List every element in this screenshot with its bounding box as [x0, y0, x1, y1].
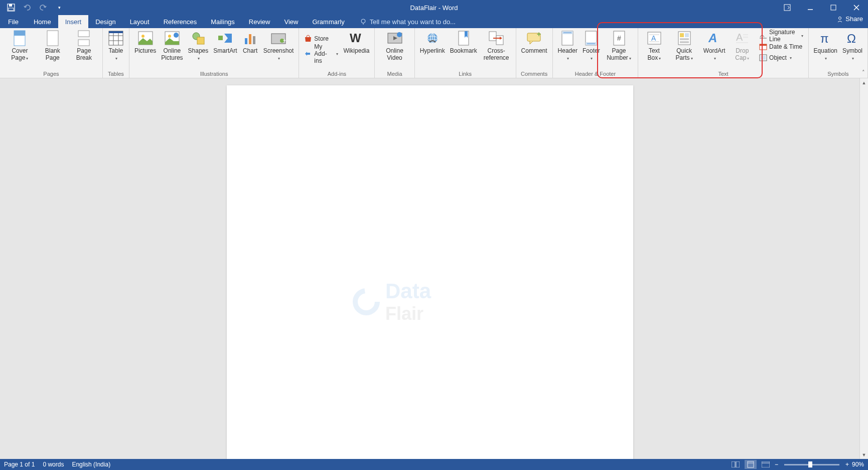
tab-file[interactable]: File [0, 15, 27, 28]
symbol-button[interactable]: Ω Symbol▾ [840, 29, 864, 63]
online-video-button[interactable]: Online Video [378, 29, 411, 62]
page-number-icon: # [611, 30, 627, 46]
pictures-label: Pictures [134, 47, 156, 54]
document-page[interactable] [227, 85, 633, 459]
svg-rect-77 [761, 56, 766, 60]
quick-parts-label: Quick Parts▾ [670, 47, 698, 62]
footer-icon [583, 30, 599, 46]
blank-page-label: Blank Page [40, 47, 66, 61]
tab-grammarly[interactable]: Grammarly [305, 15, 351, 28]
svg-rect-85 [762, 461, 770, 467]
svg-rect-66 [680, 38, 689, 40]
zoom-out-button[interactable]: − [775, 461, 778, 468]
page-break-label: Page Break [71, 47, 97, 61]
maximize-button[interactable] [822, 0, 845, 15]
status-language[interactable]: English (India) [72, 461, 110, 468]
tab-view[interactable]: View [277, 15, 305, 28]
undo-button[interactable] [21, 2, 33, 14]
svg-text:π: π [820, 32, 829, 45]
scroll-down-button[interactable]: ▼ [860, 450, 868, 459]
tab-references[interactable]: References [157, 15, 204, 28]
equation-button[interactable]: π Equation▾ [812, 29, 839, 63]
shapes-button[interactable]: Shapes▾ [186, 29, 211, 63]
group-illustrations: Pictures Online Pictures Shapes▾ SmartAr… [129, 28, 299, 78]
collapse-ribbon-button[interactable]: ˄ [862, 69, 865, 76]
footer-label: Footer▾ [583, 47, 600, 62]
group-illustrations-label: Illustrations [200, 71, 228, 78]
svg-rect-32 [249, 34, 251, 44]
table-icon [108, 30, 124, 46]
tab-design[interactable]: Design [88, 15, 122, 28]
watermark: Data Flair [351, 279, 431, 324]
ribbon-display-options-button[interactable] [776, 0, 799, 15]
tab-insert[interactable]: Insert [58, 15, 89, 28]
svg-point-26 [174, 33, 179, 38]
blank-page-button[interactable]: Blank Page [38, 29, 68, 62]
store-icon [304, 35, 312, 43]
wikipedia-button[interactable]: W Wikipedia [341, 29, 371, 55]
scroll-up-button[interactable]: ▲ [860, 78, 868, 87]
quick-parts-button[interactable]: Quick Parts▾ [668, 29, 700, 63]
header-button[interactable]: Header▾ [556, 29, 580, 63]
group-comments: + Comment Comments [516, 28, 553, 78]
bookmark-button[interactable]: Bookmark [448, 29, 479, 55]
close-button[interactable] [845, 0, 868, 15]
svg-point-10 [839, 17, 841, 19]
svg-rect-82 [736, 461, 740, 467]
tab-layout[interactable]: Layout [123, 15, 157, 28]
cover-page-button[interactable]: Cover Page▾ [3, 29, 37, 63]
svg-rect-16 [109, 31, 123, 45]
hyperlink-button[interactable]: Hyperlink [418, 29, 447, 55]
smartart-button[interactable]: SmartArt [211, 29, 239, 55]
bookmark-label: Bookmark [450, 47, 477, 54]
print-layout-button[interactable] [745, 460, 757, 469]
screenshot-button[interactable]: + Screenshot▾ [261, 29, 296, 63]
online-pictures-button[interactable]: Online Pictures [159, 29, 185, 62]
scroll-track[interactable] [860, 87, 868, 450]
zoom-level[interactable]: 90% [852, 461, 864, 468]
group-text-label: Text [718, 71, 728, 78]
document-area: Data Flair Data Flair [0, 78, 859, 459]
page-number-label: Page Number▾ [605, 47, 633, 62]
qat-customize-button[interactable]: ▾ [53, 2, 65, 14]
web-layout-button[interactable] [760, 460, 772, 469]
status-words[interactable]: 0 words [43, 461, 64, 468]
svg-point-25 [168, 35, 171, 38]
svg-rect-29 [218, 36, 223, 40]
tab-home[interactable]: Home [27, 15, 58, 28]
zoom-in-button[interactable]: + [845, 461, 849, 468]
footer-button[interactable]: Footer▾ [581, 29, 602, 63]
vertical-scrollbar[interactable]: ▲ ▼ [859, 78, 868, 459]
tab-review[interactable]: Review [242, 15, 277, 28]
my-addins-button[interactable]: My Add-ins▾ [302, 48, 340, 59]
chart-button[interactable]: Chart [240, 29, 260, 55]
date-time-button[interactable]: Date & Time [757, 41, 805, 52]
comment-button[interactable]: + Comment [519, 29, 549, 55]
save-button[interactable] [5, 2, 17, 14]
object-button[interactable]: Object▾ [757, 52, 805, 63]
redo-button[interactable] [37, 2, 49, 14]
share-label: Share [845, 15, 863, 23]
signature-line-button[interactable]: Signature Line▾ [757, 30, 805, 41]
zoom-slider[interactable] [784, 464, 839, 465]
pictures-button[interactable]: Pictures [132, 29, 158, 55]
share-button[interactable]: Share [836, 15, 863, 23]
tell-me-search[interactable]: Tell me what you want to do... [352, 15, 456, 28]
title-bar: ▾ DataFlair - Word [0, 0, 868, 15]
status-page[interactable]: Page 1 of 1 [4, 461, 35, 468]
zoom-slider-thumb[interactable] [808, 461, 812, 467]
drop-cap-button[interactable]: A Drop Cap▾ [729, 29, 757, 63]
store-button[interactable]: Store [302, 33, 340, 44]
read-mode-button[interactable] [730, 460, 742, 469]
text-box-button[interactable]: A Text Box▾ [641, 29, 667, 63]
cross-reference-button[interactable]: Cross-reference [480, 29, 513, 62]
page-number-button[interactable]: # Page Number▾ [603, 29, 635, 63]
tab-mailings[interactable]: Mailings [204, 15, 242, 28]
minimize-button[interactable] [799, 0, 822, 15]
page-break-button[interactable]: Page Break [69, 29, 99, 62]
svg-text:#: # [617, 34, 621, 42]
table-button[interactable]: Table▾ [106, 29, 126, 63]
group-header-footer-label: Header & Footer [575, 71, 616, 78]
page-break-icon [76, 30, 92, 46]
wordart-button[interactable]: A WordArt▾ [701, 29, 728, 63]
